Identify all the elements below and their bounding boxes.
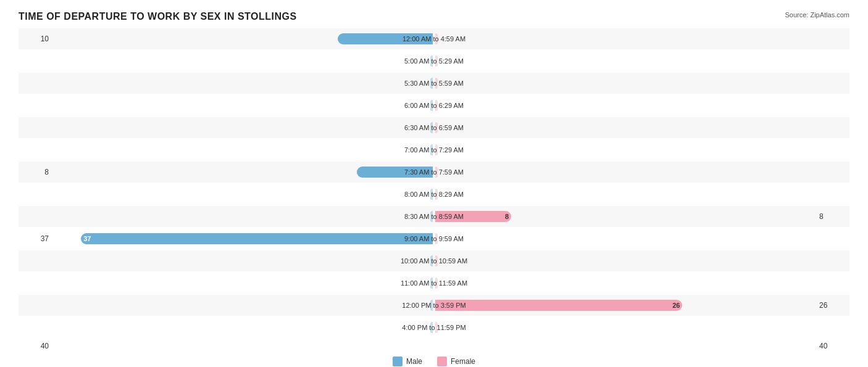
bars-area: 8:00 AM to 8:29 AM [52,184,816,205]
female-bar [435,189,438,200]
male-bar-container [52,121,434,134]
female-bar-container [434,121,816,134]
chart-row: 7:00 AM to 7:29 AM [19,139,849,160]
axis-row: 40 40 [19,342,849,350]
bars-area: 7:30 AM to 7:59 AM [52,162,816,183]
male-bar-container [52,210,434,223]
male-bar-container [52,254,434,268]
bars-area: 5:30 AM to 5:59 AM [52,73,816,94]
male-bar-container [52,54,434,68]
female-value: 8 [816,212,849,221]
chart-row: 11:00 AM to 11:59 AM [19,273,849,294]
bars-area: 12:00 AM to 4:59 AM [52,28,816,49]
male-bar-container [52,143,434,157]
female-bar-container [434,99,816,112]
bars-area: 12:00 PM to 3:59 PM26 [52,295,816,316]
female-bar [435,322,438,333]
female-bar [435,56,438,67]
chart-title: TIME OF DEPARTURE TO WORK BY SEX IN STOL… [19,11,849,22]
male-bar [430,56,433,67]
female-bar: 26 [435,300,682,311]
legend-female-box [437,357,447,366]
male-bar-container [52,99,434,112]
male-bar [430,144,433,155]
chart-row: 5:00 AM to 5:29 AM [19,51,849,72]
female-bar [435,233,438,244]
chart-row: 5:30 AM to 5:59 AM [19,73,849,94]
male-bar [430,122,433,133]
male-bar [357,167,433,178]
male-bar [338,33,433,44]
chart-row: 4:00 PM to 11:59 PM [19,317,849,338]
bars-area: 5:00 AM to 5:29 AM [52,51,816,72]
bars-area: 8:30 AM to 8:59 AM8 [52,206,816,227]
chart-row: 87:30 AM to 7:59 AM [19,162,849,183]
axis-left: 40 [19,342,52,350]
male-bar-container [52,32,434,46]
male-value: 10 [19,35,52,43]
bars-area: 10:00 AM to 10:59 AM [52,250,816,271]
bars-area: 4:00 PM to 11:59 PM [52,317,816,338]
female-bar-container [434,143,816,157]
male-bar-container [52,76,434,90]
female-bar [435,78,438,89]
male-bar-container: 37 [52,232,434,245]
male-value: 8 [19,168,52,176]
chart-row: 8:30 AM to 8:59 AM88 [19,206,849,227]
male-bar-container [52,299,434,312]
chart-row: 6:00 AM to 6:29 AM [19,95,849,116]
legend-female-label: Female [451,357,475,366]
bars-area: 379:00 AM to 9:59 AM [52,228,816,249]
male-bar-container [52,276,434,290]
female-bar [435,255,438,266]
bars-area: 6:00 AM to 6:29 AM [52,95,816,116]
female-bar [435,122,438,133]
axis-right: 40 [816,342,849,350]
legend-male-label: Male [406,357,422,366]
female-bar-container: 8 [434,210,816,223]
chart-container: TIME OF DEPARTURE TO WORK BY SEX IN STOL… [0,0,868,367]
male-value: 37 [19,234,52,243]
source-text: Source: ZipAtlas.com [785,11,849,19]
chart-row: 10:00 AM to 10:59 AM [19,250,849,271]
female-bar-container [434,321,816,334]
chart-area: 1012:00 AM to 4:59 AM5:00 AM to 5:29 AM5… [19,28,849,338]
male-bar-container [52,165,434,179]
female-bar-container [434,54,816,68]
male-bar [430,211,433,222]
male-bar [430,255,433,266]
female-bar-container [434,165,816,179]
female-bar-container [434,32,816,46]
female-bar-container [434,276,816,290]
female-bar-container [434,254,816,268]
female-bar [435,33,438,44]
female-bar-container [434,76,816,90]
female-bar [435,100,438,111]
legend-male-box [393,357,403,366]
bars-area: 11:00 AM to 11:59 AM [52,273,816,294]
female-bar: 8 [435,211,511,222]
chart-row: 37379:00 AM to 9:59 AM [19,228,849,249]
chart-row: 6:30 AM to 6:59 AM [19,117,849,138]
male-bar [430,78,433,89]
male-bar [430,100,433,111]
male-bar-container [52,321,434,334]
male-bar [430,322,433,333]
male-bar [430,189,433,200]
male-bar: 37 [81,233,433,244]
male-bar [430,300,433,311]
chart-row: 1012:00 AM to 4:59 AM [19,28,849,49]
male-bar [430,278,433,289]
chart-row: 8:00 AM to 8:29 AM [19,184,849,205]
male-bar-container [52,188,434,201]
legend-male: Male [393,357,422,366]
female-bar-container [434,232,816,245]
female-bar-container [434,188,816,201]
female-bar [435,278,438,289]
chart-row: 12:00 PM to 3:59 PM2626 [19,295,849,316]
female-bar [435,144,438,155]
legend-female: Female [437,357,475,366]
bars-area: 7:00 AM to 7:29 AM [52,139,816,160]
female-bar [435,167,438,178]
female-value: 26 [816,301,849,310]
